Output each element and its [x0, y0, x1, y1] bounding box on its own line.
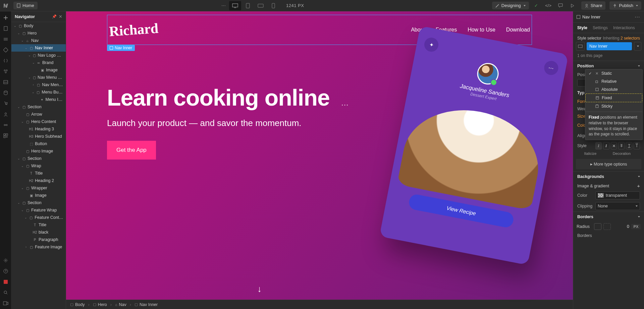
tree-node[interactable]: ⌄▢Section	[11, 155, 66, 162]
tree-node[interactable]: H2black	[11, 229, 66, 236]
page-selector[interactable]: Home	[13, 2, 38, 9]
tree-node[interactable]: ⌄▢Section	[11, 103, 66, 111]
radius-unit[interactable]: PX	[631, 224, 641, 229]
position-option-relative[interactable]: Relative	[585, 77, 642, 85]
tree-node[interactable]: ›▢Nav Menu 2	[11, 81, 66, 88]
more-type-options[interactable]: ▸ More type options	[576, 159, 641, 169]
tab-style[interactable]: Style	[577, 25, 587, 30]
tree-node[interactable]: ⌄▢Nav Inner	[11, 44, 66, 52]
tree-node[interactable]: H3Hero Subhead	[11, 133, 66, 140]
publish-button[interactable]: Publish	[609, 1, 641, 10]
selector-type-icon[interactable]	[576, 42, 585, 51]
deco-none[interactable]: ✕	[611, 142, 617, 149]
bg-color-value[interactable]: transparent	[595, 191, 640, 199]
tree-node[interactable]: TTitle	[11, 221, 66, 229]
device-desktop[interactable]	[229, 1, 241, 10]
state-dropdown[interactable]	[634, 42, 641, 51]
clipping-value[interactable]: None	[595, 202, 640, 210]
breadcrumb[interactable]: ▢Body›▢Hero›⌂Nav›▢Nav Inner	[66, 300, 573, 309]
tree-node[interactable]: ⌄▢Feature Content	[11, 214, 66, 221]
tree-node[interactable]: ▣Image	[11, 192, 66, 199]
styles-icon[interactable]	[3, 68, 9, 74]
tree-node[interactable]: ⌄▢Wrapper	[11, 184, 66, 192]
search-icon[interactable]	[3, 290, 9, 296]
radius-value[interactable]: 0	[615, 224, 629, 229]
tab-settings[interactable]: Settings	[593, 25, 608, 30]
style-italic[interactable]: I	[603, 142, 609, 149]
record-icon[interactable]	[3, 279, 9, 285]
pin-icon[interactable]: 📌	[52, 14, 57, 19]
tree-node[interactable]: ⌄▢Section	[11, 199, 66, 206]
tree-node[interactable]: ▢Arrow	[11, 111, 66, 118]
tree-node[interactable]: ▢Hero Image	[11, 147, 66, 155]
variables-icon[interactable]	[3, 58, 9, 64]
tree-node[interactable]: ⌄▢Wrap	[11, 162, 66, 170]
users-icon[interactable]	[3, 111, 9, 117]
play-icon[interactable]	[568, 1, 577, 10]
tree-node[interactable]: H2Heading 2	[11, 177, 66, 184]
radius-corners-icon[interactable]	[603, 223, 611, 230]
inheriting-label[interactable]: Inheriting 2 selectors	[603, 36, 640, 41]
navigator-tree[interactable]: ⌄▢Body⌄▢Hero⌄⌂Nav⌄▢Nav Inner⌄▢Nav Logo W…	[11, 22, 66, 309]
tree-node[interactable]: ⌄▢Hero	[11, 29, 66, 37]
position-option-static[interactable]: ✓✕Static	[585, 69, 642, 77]
logic-icon[interactable]	[3, 122, 9, 128]
add-bg-icon[interactable]: +	[637, 183, 640, 189]
section-backgrounds[interactable]: Backgrounds	[577, 174, 604, 179]
tree-node[interactable]: TTitle	[11, 170, 66, 177]
comment-icon[interactable]	[556, 1, 565, 10]
assets-icon[interactable]	[3, 79, 9, 85]
device-mobile[interactable]	[267, 1, 279, 10]
device-tablet-landscape[interactable]	[255, 1, 267, 10]
ecommerce-icon[interactable]	[3, 101, 9, 107]
apps-icon[interactable]	[3, 133, 9, 139]
tree-node[interactable]: ⌄▢Hero Content	[11, 118, 66, 125]
tree-node[interactable]: PParagraph	[11, 236, 66, 243]
add-icon[interactable]	[3, 15, 9, 21]
section-borders[interactable]: Borders	[577, 214, 593, 219]
canvas[interactable]: Nav Inner Richard AboutFeaturesHow to Us…	[66, 11, 573, 309]
element-menu-icon[interactable]: ⋯	[635, 14, 641, 20]
crumb-item[interactable]: ▢Hero	[93, 302, 107, 307]
tree-node[interactable]: ⌄▢Menu Button	[11, 88, 66, 96]
crumb-item[interactable]: ▢Body	[70, 302, 85, 307]
tree-node[interactable]: H1Heading 3	[11, 125, 66, 133]
crumb-item[interactable]: ▢Nav Inner	[135, 302, 158, 307]
tree-node[interactable]: ⬚Button	[11, 140, 66, 147]
tree-node[interactable]: ⌄▢Nav Menu Wrap	[11, 74, 66, 81]
radius-uniform-icon[interactable]	[594, 223, 601, 230]
tree-node[interactable]: ⌄⌂Nav	[11, 37, 66, 44]
tab-interactions[interactable]: Interactions	[613, 25, 635, 30]
deco-strike[interactable]: T	[618, 142, 625, 149]
components-icon[interactable]	[3, 47, 9, 53]
position-option-absolute[interactable]: Absolute	[585, 85, 642, 94]
style-normal[interactable]: I	[595, 142, 602, 149]
close-icon[interactable]: ✕	[59, 14, 62, 19]
tree-node[interactable]: ⌄▢Nav Logo Wrap	[11, 52, 66, 59]
section-position[interactable]: Position	[577, 64, 594, 68]
video-icon[interactable]	[3, 300, 9, 306]
class-chip[interactable]: Nav Inner	[587, 42, 632, 50]
tree-node[interactable]: ⌄∞Brand	[11, 59, 66, 66]
position-option-fixed[interactable]: Fixed	[585, 94, 642, 102]
code-icon[interactable]: </>	[544, 1, 553, 10]
device-tablet[interactable]	[242, 1, 254, 10]
tree-node[interactable]: ✦Menu Icon	[11, 96, 66, 103]
deco-overline[interactable]: T	[634, 142, 640, 149]
share-button[interactable]: Share	[581, 1, 606, 10]
cms-icon[interactable]	[3, 90, 9, 96]
tree-node[interactable]: ⌄▢Feature Wrap	[11, 206, 66, 214]
section-typography[interactable]: Typ	[577, 90, 584, 95]
settings-icon[interactable]	[3, 257, 9, 263]
tree-node[interactable]: ›▢Feature Image	[11, 243, 66, 251]
pages-icon[interactable]	[3, 25, 9, 32]
crumb-item[interactable]: ⌂Nav	[115, 302, 126, 307]
mode-toggle[interactable]: Designing	[492, 2, 529, 9]
more-icon[interactable]: ⋯	[221, 3, 226, 8]
layers-icon[interactable]	[3, 36, 9, 42]
deco-underline[interactable]: T	[626, 142, 632, 149]
tree-node[interactable]: ⌄▢Body	[11, 22, 66, 29]
tree-node[interactable]: ▣Image	[11, 66, 66, 74]
help-icon[interactable]	[3, 268, 9, 274]
position-option-sticky[interactable]: Sticky	[585, 102, 642, 110]
